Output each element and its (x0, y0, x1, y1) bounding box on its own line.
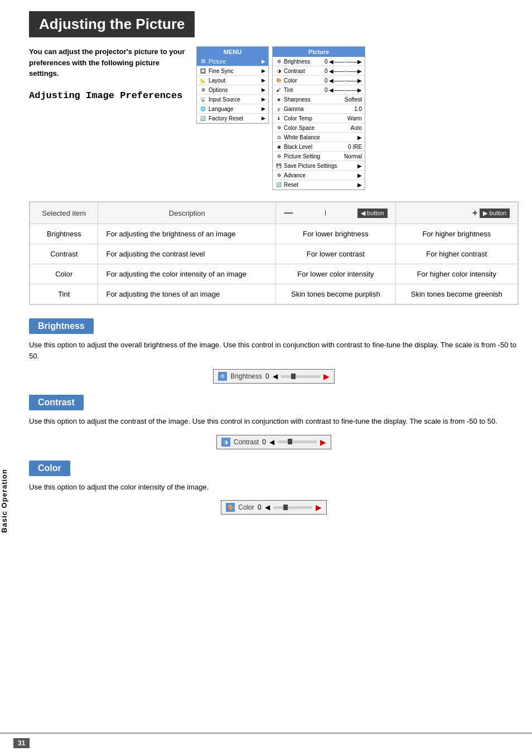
language-icon: 🌐 (200, 105, 206, 112)
row-value: 0 ◀——·——▶ (325, 59, 362, 65)
table-row: Brightness For adjusting the brightness … (30, 224, 518, 244)
colorspace-icon: ⚙ (275, 124, 282, 131)
slider-right-arrow: ▶ (323, 372, 330, 381)
brightness-pill: ⚙ Brightness 0 ◀ ▶ (213, 369, 334, 384)
brightness-section: Brightness Use this option to adjust the… (29, 318, 519, 384)
row-value: Auto (345, 125, 362, 131)
row-label: Color Space (284, 125, 323, 131)
row-label: Black Level (284, 144, 323, 150)
menus-area: MENU 🖼 Picture ▶ 🔲 Fine Sync ▶ 📐 Layout (196, 46, 365, 190)
contrast-control: ◑ Contrast 0 ◀ ▶ (29, 435, 519, 449)
menu-item-layout[interactable]: 📐 Layout ▶ (197, 76, 268, 85)
menu-item-input[interactable]: 📡 Input Source ▶ (197, 95, 268, 104)
advance-icon: ⚙ (275, 172, 282, 178)
picture-row-gamma: γ Gamma 1.0 (273, 104, 365, 114)
page-title: Adjusting the Picture (29, 11, 195, 37)
savepicture-icon: 💾 (275, 162, 282, 169)
adjusting-header: Adjusting Image Preferences (29, 90, 185, 101)
col-header-item: Selected item (30, 202, 98, 224)
picture-row-savepicture: 💾 Save Picture Settings ▶ (273, 161, 365, 171)
row-label: Reset (284, 182, 323, 188)
menu-item-label: Picture (209, 59, 226, 65)
color-ctrl-value: 0 (258, 503, 262, 511)
picture-row-brightness: ⚙ Brightness 0 ◀——·——▶ (273, 57, 365, 66)
brightness-ctrl-value: 0 (265, 372, 269, 380)
table-cell-item: Contrast (30, 244, 98, 264)
picture-row-contrast: ◑ Contrast 0 ◀——·——▶ (273, 66, 365, 76)
row-label: Picture Setting (284, 153, 323, 159)
picture-row-colorspace: ⚙ Color Space Auto (273, 123, 365, 133)
arrow-right-icon: ▶ (262, 68, 265, 74)
main-content: Adjusting the Picture You can adjust the… (16, 0, 532, 756)
page-number: 31 (13, 738, 30, 748)
table-cell-minus: Skin tones become purplish (276, 284, 395, 304)
contrast-pill: ◑ Contrast 0 ◀ ▶ (216, 435, 331, 449)
menu-item-options[interactable]: ⚙ Options ▶ (197, 85, 268, 95)
menu-item-label: Input Source (209, 96, 240, 103)
arrow-right-icon: ▶ (262, 115, 265, 121)
color-section-body: Use this option to adjust the color inte… (29, 482, 519, 493)
col-header-description: Description (98, 202, 276, 224)
table-cell-description: For adjusting the tones of an image (98, 284, 276, 304)
picture-row-blacklevel: ◉ Black Level 0 IRE (273, 142, 365, 152)
whitebalance-icon: ⚖ (275, 134, 282, 140)
table-cell-plus: For higher color intensity (395, 264, 518, 284)
menu-item-label: Layout (209, 77, 225, 84)
color-section: Color Use this option to adjust the colo… (29, 461, 519, 515)
row-value: 0 ◀——·——▶ (325, 87, 362, 93)
arrow-right-icon: ▶ (262, 59, 265, 64)
table-cell-item: Tint (30, 284, 98, 304)
table-cell-minus: For lower color intensity (276, 264, 395, 284)
row-label: Sharpness (284, 96, 323, 103)
contrast-icon: ◑ (275, 67, 282, 74)
brightness-ctrl-icon: ⚙ (218, 372, 227, 381)
row-label: Save Picture Settings (284, 163, 337, 169)
row-value: ▶ (345, 134, 362, 140)
table-cell-minus: For lower brightness (276, 224, 395, 244)
picture-box: Picture ⚙ Brightness 0 ◀——·——▶ ◑ Contras… (272, 46, 365, 190)
contrast-section-header: Contrast (29, 395, 84, 410)
menu-item-label: Factory Reset (209, 115, 243, 122)
picture-row-sharpness: ◈ Sharpness Softest (273, 95, 365, 104)
col-header-plus: + ▶ button (395, 202, 518, 224)
finesync-icon: 🔲 (200, 67, 206, 74)
menu-item-factory[interactable]: 🔄 Factory Reset ▶ (197, 114, 268, 123)
row-value: Warm (345, 115, 362, 122)
slider-left-arrow: ◀ (269, 438, 274, 446)
picture-row-picturesetting: ⚙ Picture Setting Normal (273, 152, 365, 161)
slider-left-arrow: ◀ (265, 503, 270, 511)
row-value: 0 IRE (345, 144, 362, 150)
table-cell-item: Color (30, 264, 98, 284)
contrast-ctrl-value: 0 (262, 438, 266, 446)
picture-header: Picture (273, 47, 365, 57)
tint-icon: 🖌 (275, 86, 282, 93)
picture-row-advance: ⚙ Advance ▶ (273, 171, 365, 180)
menu-item-label: Options (209, 87, 228, 93)
row-value: Normal (344, 153, 362, 159)
arrow-right-icon: ▶ (262, 96, 265, 102)
table-cell-description: For adjusting the brightness of an image (98, 224, 276, 244)
menu-item-language[interactable]: 🌐 Language ▶ (197, 104, 268, 114)
table-header-row: Selected item Description — ◀ button (30, 202, 518, 224)
row-value: 1.0 (345, 106, 362, 112)
row-label: Advance (284, 172, 323, 178)
row-label: Brightness (284, 59, 323, 65)
color-pill: 🎨 Color 0 ◀ ▶ (221, 500, 326, 515)
brightness-icon: ⚙ (275, 58, 282, 65)
table-row: Color For adjusting the color intensity … (30, 264, 518, 284)
menu-item-label: Fine Sync (209, 68, 233, 74)
sharpness-icon: ◈ (275, 96, 282, 103)
menu-item-finesync[interactable]: 🔲 Fine Sync ▶ (197, 66, 268, 76)
menu-item-picture[interactable]: 🖼 Picture ▶ (197, 57, 268, 66)
table-cell-plus: For higher contrast (395, 244, 518, 264)
menu-header: MENU (197, 47, 268, 57)
color-ctrl-label: Color (238, 503, 254, 511)
color-ctrl-icon: 🎨 (226, 503, 235, 512)
table-cell-description: For adjusting the contrast level (98, 244, 276, 264)
arrow-right-icon: ▶ (262, 77, 265, 83)
table-cell-minus: For lower contrast (276, 244, 395, 264)
table-cell-description: For adjusting the color intensity of an … (98, 264, 276, 284)
options-icon: ⚙ (200, 86, 206, 93)
table-cell-plus: Skin tones become greenish (395, 284, 518, 304)
picture-icon: 🖼 (200, 58, 206, 65)
